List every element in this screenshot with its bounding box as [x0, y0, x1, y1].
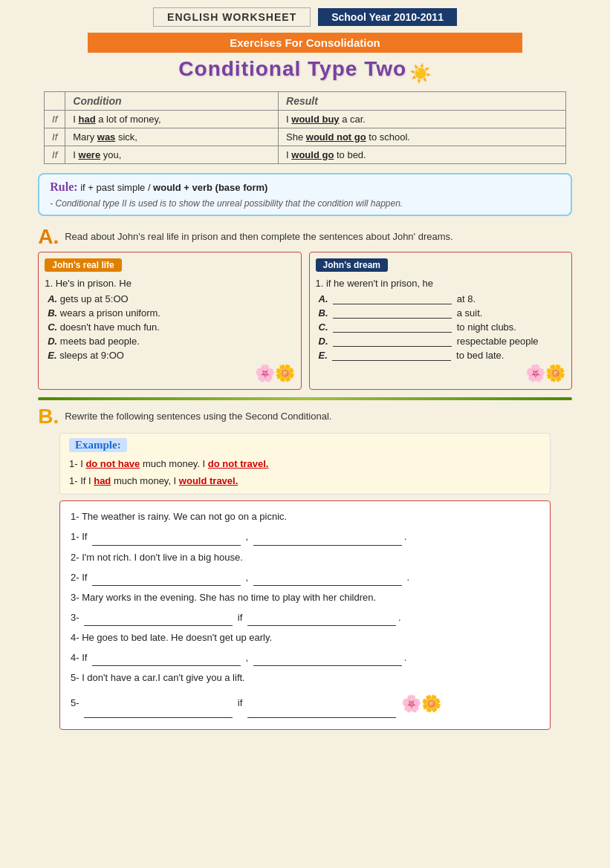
title-section: Conditional Type Two ☀️: [15, 57, 595, 84]
flower-decoration: 🌸🌼: [525, 364, 565, 382]
section-b-header: B. Rewrite the following sentences using…: [38, 406, 572, 427]
sun-icon: ☀️: [409, 63, 432, 83]
list-item: C. doesn't have much fun.: [48, 322, 294, 333]
table-header-result: Result: [279, 91, 566, 110]
result-cell: I would go to bed.: [279, 146, 566, 163]
flower-decoration: 🌸🌼: [255, 364, 295, 382]
example-line-2: 1- If I had much money, I would travel.: [69, 472, 541, 489]
fill-blank[interactable]: [333, 318, 452, 319]
exercise-item-4-blank: 4- If , .: [71, 650, 539, 666]
table-row: If I had a lot of money, I would buy a c…: [45, 110, 566, 128]
fill-blank[interactable]: [333, 304, 452, 304]
rule-text1: if + past simple / would + verb (base fo…: [80, 182, 267, 193]
list-item: A. at 8.: [319, 293, 565, 304]
exercise-item-3-blank: 3- if .: [71, 610, 539, 626]
exercise-item-5-sentence: 5- I don't have a car.I can't give you a…: [71, 670, 539, 686]
fill-blank[interactable]: [84, 625, 233, 626]
flower-decoration-bottom: 🌸🌼: [401, 694, 441, 713]
exercise-item-5-blank: 5- if 🌸🌼: [71, 690, 539, 717]
result-cell: I would buy a car.: [279, 110, 566, 128]
real-life-title: John's real life: [45, 258, 122, 272]
table-row: If Mary was sick, She would not go to sc…: [45, 128, 566, 146]
condition-cell: I had a lot of money,: [65, 110, 279, 128]
fill-blank[interactable]: [84, 717, 233, 718]
exercise-box: 1- The weather is rainy. We can not go o…: [59, 500, 551, 729]
exercise-item-2-sentence: 2- I'm not rich. I don't live in a big h…: [71, 549, 539, 566]
item-letter: C.: [48, 322, 57, 333]
section-a-header: A. Read about John's real life in prison…: [38, 226, 572, 247]
rule-text2: - Conditional type II is used is to show…: [50, 198, 560, 209]
table-row: If I were you, I would go to bed.: [45, 146, 566, 163]
real-intro: 1. He's in prison. He: [45, 278, 294, 289]
example-text: 1- I do not have much money. I do not tr…: [69, 455, 541, 490]
section-divider: [38, 397, 572, 400]
example-label: Example:: [69, 438, 127, 452]
fill-blank[interactable]: [333, 346, 452, 347]
list-item: A. gets up at 5:OO: [48, 293, 294, 304]
dream-intro: 1. if he weren't in prison, he: [316, 278, 565, 289]
item-letter: C.: [319, 322, 328, 333]
if-cell: If: [45, 110, 65, 128]
list-item: B. a suit.: [319, 307, 565, 319]
if-cell: If: [45, 128, 65, 146]
grammar-table: Condition Result If I had a lot of money…: [44, 91, 566, 164]
page-title: Conditional Type Two: [178, 57, 406, 80]
result-cell: She would not go to school.: [279, 128, 566, 146]
example-line-1: 1- I do not have much money. I do not tr…: [69, 455, 541, 472]
condition-cell: I were you,: [65, 146, 279, 163]
item-letter: B.: [48, 307, 57, 319]
exercise-item-3-sentence: 3- Mary works in the evening. She has no…: [71, 590, 539, 606]
fill-blank[interactable]: [253, 585, 402, 586]
section-a-instruction: Read about John's real life in prison an…: [65, 231, 452, 242]
real-items-list: A. gets up at 5:OO B. wears a prison uni…: [45, 293, 294, 361]
list-item: C. to night clubs.: [319, 322, 565, 333]
item-letter: D.: [48, 336, 57, 347]
fill-blank[interactable]: [333, 332, 452, 333]
table-header-empty: [45, 91, 65, 110]
table-header-condition: Condition: [65, 91, 279, 110]
list-item: D. respectable people: [319, 336, 565, 347]
rule-box: Rule: if + past simple / would + verb (b…: [38, 173, 572, 216]
real-life-box: John's real life 1. He's in prison. He A…: [38, 252, 301, 390]
item-letter: A.: [319, 293, 328, 304]
item-letter: A.: [48, 293, 57, 304]
fill-blank[interactable]: [92, 665, 241, 666]
rule-header-line: Rule: if + past simple / would + verb (b…: [50, 180, 560, 194]
list-item: B. wears a prison uniform.: [48, 307, 294, 319]
exercise-item-4-sentence: 4- He goes to bed late. He doesn't get u…: [71, 630, 539, 646]
section-b-letter: B.: [38, 406, 59, 427]
list-item: E. sleeps at 9:OO: [48, 350, 294, 361]
item-letter: B.: [319, 307, 328, 319]
fill-blank[interactable]: [92, 545, 241, 546]
fill-blank[interactable]: [247, 625, 396, 626]
dream-title: John's dream: [316, 258, 389, 272]
section-b-instruction: Rewrite the following sentences using th…: [65, 411, 331, 422]
header: ENGLISH WORKSHEET School Year 2010-2011: [15, 7, 595, 27]
fill-blank[interactable]: [247, 717, 396, 718]
fill-blank[interactable]: [332, 360, 451, 361]
fill-blank[interactable]: [253, 665, 402, 666]
item-letter: E.: [319, 350, 328, 361]
worksheet-label: ENGLISH WORKSHEET: [153, 7, 311, 27]
rule-label: Rule:: [50, 180, 77, 193]
condition-cell: Mary was sick,: [65, 128, 279, 146]
exercise-item-1-blank: 1- If , .: [71, 529, 539, 545]
dream-items-list: A. at 8. B. a suit. C. to night clubs. D…: [316, 293, 565, 361]
exercises-banner: Exercises For Consolidation: [88, 33, 523, 53]
johns-container: John's real life 1. He's in prison. He A…: [38, 252, 572, 390]
dream-box: John's dream 1. if he weren't in prison,…: [309, 252, 572, 390]
list-item: E. to bed late.: [319, 350, 565, 361]
year-label: School Year 2010-2011: [318, 8, 457, 26]
fill-blank[interactable]: [253, 545, 402, 546]
list-item: D. meets bad people.: [48, 336, 294, 347]
item-letter: D.: [319, 336, 328, 347]
fill-blank[interactable]: [92, 585, 241, 586]
if-cell: If: [45, 146, 65, 163]
example-box: Example: 1- I do not have much money. I …: [59, 433, 551, 495]
exercise-item-2-blank: 2- If , .: [71, 570, 539, 586]
exercise-item-1-sentence: 1- The weather is rainy. We can not go o…: [71, 509, 539, 525]
section-a-letter: A.: [38, 226, 59, 247]
item-letter: E.: [48, 350, 56, 361]
